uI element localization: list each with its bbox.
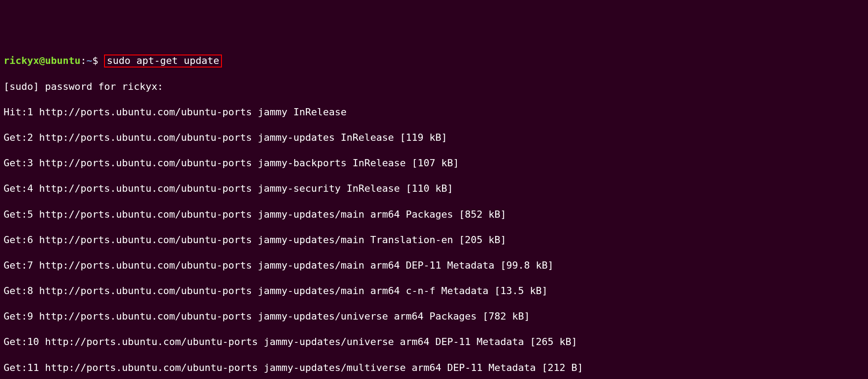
output-line: Get:9 http://ports.ubuntu.com/ubuntu-por…: [4, 310, 864, 323]
output-line: Get:4 http://ports.ubuntu.com/ubuntu-por…: [4, 182, 864, 195]
output-line: Get:2 http://ports.ubuntu.com/ubuntu-por…: [4, 131, 864, 144]
output-line: Get:5 http://ports.ubuntu.com/ubuntu-por…: [4, 208, 864, 221]
output-line: Get:3 http://ports.ubuntu.com/ubuntu-por…: [4, 157, 864, 170]
prompt-host: ubuntu: [45, 55, 80, 66]
prompt-user: rickyx: [4, 55, 39, 66]
prompt-colon: :: [80, 55, 86, 66]
output-line: Get:6 http://ports.ubuntu.com/ubuntu-por…: [4, 234, 864, 247]
prompt-line-1[interactable]: rickyx@ubuntu:~$ sudo apt-get update: [4, 55, 864, 67]
output-line: Get:10 http://ports.ubuntu.com/ubuntu-po…: [4, 336, 864, 349]
output-line: Hit:1 http://ports.ubuntu.com/ubuntu-por…: [4, 106, 864, 119]
output-line: Get:8 http://ports.ubuntu.com/ubuntu-por…: [4, 285, 864, 298]
command-highlight: sudo apt-get update: [104, 55, 222, 67]
output-line: Get:11 http://ports.ubuntu.com/ubuntu-po…: [4, 362, 864, 375]
prompt-at: @: [39, 55, 45, 66]
output-line: [sudo] password for rickyx:: [4, 80, 864, 93]
prompt-path: ~: [86, 55, 92, 66]
output-line: Get:7 http://ports.ubuntu.com/ubuntu-por…: [4, 259, 864, 272]
prompt-dollar: $: [92, 55, 104, 66]
